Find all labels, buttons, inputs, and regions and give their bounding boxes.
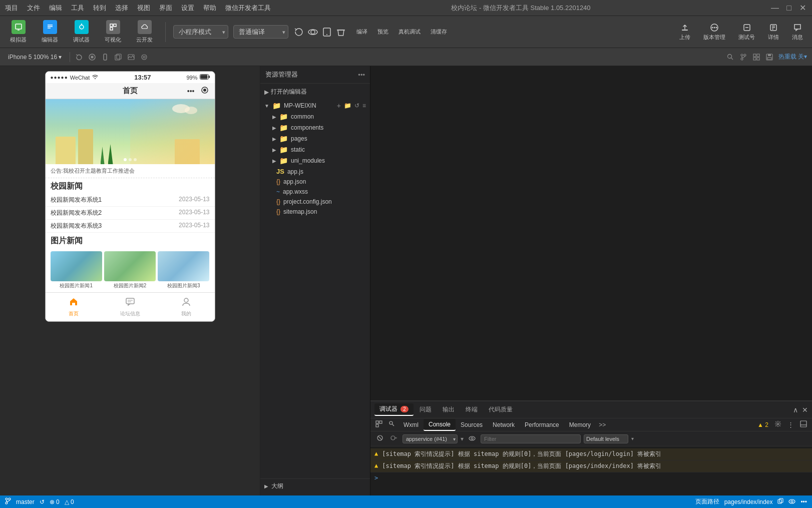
menu-view[interactable]: 视图: [137, 4, 150, 13]
devtools-settings-icon[interactable]: [771, 418, 784, 431]
photo-item-3[interactable]: 校园图片新闻3: [158, 251, 209, 289]
menu-project[interactable]: 项目: [5, 4, 18, 13]
devtools-tab-problems[interactable]: 问题: [415, 404, 437, 415]
realtest-icon[interactable]: [321, 27, 332, 38]
phone-rotate-button[interactable]: [101, 53, 109, 61]
news-item-2[interactable]: 校园新闻发布系统2 2023-05-13: [46, 207, 215, 220]
search-icon[interactable]: [726, 53, 734, 61]
add-file-icon[interactable]: +: [337, 102, 341, 110]
news-item-3[interactable]: 校园新闻发布系统3 2023-05-13: [46, 220, 215, 233]
grid-icon[interactable]: [752, 53, 760, 61]
branch-icon[interactable]: [739, 53, 747, 61]
stop-button[interactable]: [88, 53, 96, 61]
chevron-up-icon[interactable]: ∧: [793, 406, 798, 414]
wand-button[interactable]: [140, 53, 148, 61]
version-button[interactable]: 版本管理: [699, 21, 729, 43]
detail-button[interactable]: 详情: [764, 21, 783, 43]
minimize-button[interactable]: —: [771, 4, 779, 12]
copy-path-icon[interactable]: [777, 498, 783, 505]
menu-wechat-devtools[interactable]: 微信开发者工具: [225, 4, 271, 13]
menu-tools[interactable]: 工具: [71, 4, 84, 13]
open-editors-header[interactable]: ▶ 打开的编辑器: [260, 86, 370, 98]
chrome-tab-sources[interactable]: Sources: [456, 419, 488, 430]
phone-nav-dots[interactable]: •••: [187, 87, 195, 95]
folder-uni-modules[interactable]: ▶ 📁 uni_modules: [260, 155, 370, 166]
menu-goto[interactable]: 转到: [93, 4, 106, 13]
menu-file[interactable]: 文件: [27, 4, 40, 13]
more-tree-icon[interactable]: ≡: [362, 102, 366, 109]
visible-button[interactable]: 可视化: [100, 17, 126, 47]
console-filter-input[interactable]: [481, 434, 581, 443]
editor-button[interactable]: 编辑器: [37, 17, 63, 47]
hot-reload-toggle[interactable]: 热重载 关▾: [778, 53, 807, 61]
devtools-tab-debugger[interactable]: 调试器 2: [374, 403, 414, 416]
file-sitemap-json[interactable]: {} sitemap.json: [260, 207, 370, 217]
explorer-more-icon[interactable]: •••: [358, 71, 365, 79]
compile-select[interactable]: 普通编译 自定义编译: [233, 25, 288, 39]
add-folder-icon[interactable]: 📁: [344, 102, 351, 109]
upload-button[interactable]: 上传: [675, 21, 694, 43]
console-filter-toggle-btn[interactable]: [388, 433, 399, 444]
mode-select[interactable]: 小程序模式 插件模式: [173, 25, 228, 39]
menu-help[interactable]: 帮助: [203, 4, 216, 13]
service-select[interactable]: appservice (#41): [402, 434, 458, 443]
outline-section[interactable]: ▶ 大纲: [260, 479, 370, 493]
sync-icon[interactable]: ↺: [40, 498, 45, 505]
close-button[interactable]: ✕: [799, 4, 807, 12]
chrome-tab-network[interactable]: Network: [488, 419, 520, 430]
copy-button[interactable]: [114, 53, 122, 61]
devtools-inner-icon-1[interactable]: [372, 418, 385, 431]
simulator-button[interactable]: 模拟器: [5, 17, 32, 47]
refresh-tree-icon[interactable]: ↺: [354, 102, 359, 109]
folder-static[interactable]: ▶ 📁 static: [260, 144, 370, 155]
menu-edit[interactable]: 编辑: [49, 4, 62, 13]
console-prompt[interactable]: >: [370, 472, 812, 483]
clearcache-icon[interactable]: [335, 27, 346, 38]
file-app-wxss[interactable]: ~ app.wxss: [260, 187, 370, 197]
nav-mine[interactable]: 我的: [158, 293, 215, 321]
file-project-config[interactable]: {} project.config.json: [260, 197, 370, 207]
devtools-tab-terminal[interactable]: 终端: [461, 404, 483, 415]
menu-ui[interactable]: 界面: [159, 4, 172, 13]
screenshot-button[interactable]: [127, 53, 135, 61]
console-eye-icon[interactable]: [467, 434, 478, 443]
more-status-icon[interactable]: •••: [800, 498, 807, 505]
console-clear-btn[interactable]: [374, 433, 385, 444]
menu-select[interactable]: 选择: [115, 4, 128, 13]
devtools-dock-icon[interactable]: [797, 418, 810, 431]
maximize-button[interactable]: □: [785, 4, 793, 12]
photo-item-2[interactable]: 校园图片新闻2: [104, 251, 156, 289]
preview-icon[interactable]: [307, 27, 318, 38]
devtools-tab-output[interactable]: 输出: [438, 404, 460, 415]
devtools-tab-quality[interactable]: 代码质量: [484, 404, 518, 415]
nav-home[interactable]: 首页: [46, 293, 102, 321]
save-icon[interactable]: [765, 53, 773, 61]
folder-common[interactable]: ▶ 📁 common: [260, 111, 370, 122]
eye-right-icon[interactable]: [788, 498, 795, 505]
devtools-more-icon[interactable]: ⋮: [784, 419, 797, 430]
news-item-1[interactable]: 校园新闻发布系统1 2023-05-13: [46, 194, 215, 207]
console-level-select[interactable]: Default levels: [584, 434, 628, 443]
phone-nav-record-icon[interactable]: [201, 86, 209, 96]
cloud-button[interactable]: 云开发: [131, 17, 158, 47]
refresh-icon[interactable]: [293, 27, 304, 38]
photo-item-1[interactable]: 校园图片新闻1: [51, 251, 102, 289]
message-button[interactable]: 消息: [788, 21, 807, 43]
chrome-tab-console[interactable]: Console: [424, 419, 456, 431]
file-app-js[interactable]: JS app.js: [260, 166, 370, 177]
devtools-inner-icon-2[interactable]: [385, 418, 398, 431]
chrome-tab-memory[interactable]: Memory: [564, 419, 596, 430]
chrome-tab-wxml[interactable]: Wxml: [398, 419, 424, 430]
project-root[interactable]: ▼ 📁 MP-WEIXIN + 📁 ↺ ≡: [260, 100, 370, 111]
device-selector[interactable]: iPhone 5 100% 16 ▾: [5, 52, 65, 62]
file-app-json[interactable]: {} app.json: [260, 177, 370, 187]
menu-settings[interactable]: 设置: [181, 4, 194, 13]
debugger-button[interactable]: 调试器: [68, 17, 95, 47]
nav-forum[interactable]: 论坛信息: [102, 293, 158, 321]
chrome-tab-performance[interactable]: Performance: [520, 419, 564, 430]
more-tabs-btn[interactable]: >>: [596, 419, 609, 430]
test-button[interactable]: 测试号: [734, 21, 759, 43]
folder-components[interactable]: ▶ 📁 components: [260, 122, 370, 133]
refresh-button[interactable]: [75, 53, 83, 61]
close-devtools-icon[interactable]: ✕: [802, 406, 808, 414]
